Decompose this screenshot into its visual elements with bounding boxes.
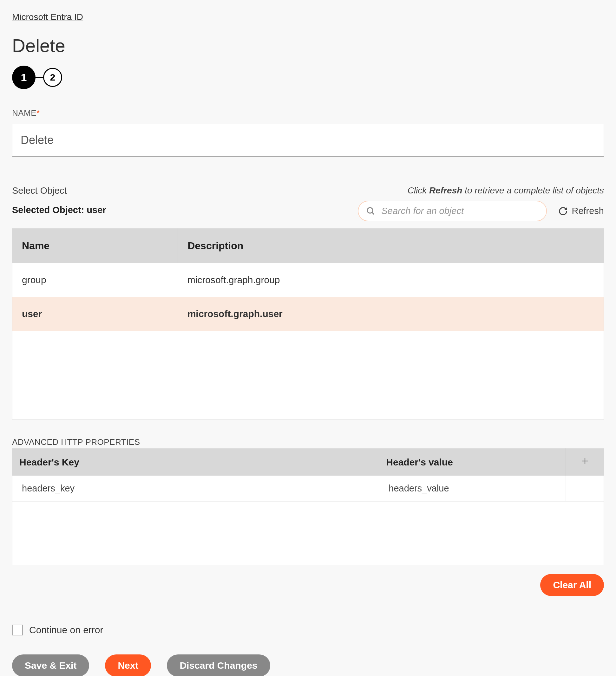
table-empty-area [12, 331, 604, 420]
plus-icon [580, 456, 590, 466]
object-table: Name Description group microsoft.graph.g… [12, 228, 604, 420]
col-header-value: Header's value [379, 449, 566, 476]
name-field-label: NAME* [12, 108, 604, 118]
continue-on-error-checkbox[interactable] [12, 625, 23, 635]
select-object-label: Select Object [12, 185, 106, 196]
add-header-cell[interactable] [566, 449, 604, 476]
search-input[interactable] [381, 206, 538, 216]
search-box[interactable] [358, 201, 547, 221]
continue-on-error-row[interactable]: Continue on error [12, 625, 604, 635]
headers-empty-area [12, 502, 604, 565]
discard-changes-button[interactable]: Discard Changes [167, 655, 270, 676]
breadcrumb-link[interactable]: Microsoft Entra ID [12, 12, 83, 22]
step-2[interactable]: 2 [43, 68, 62, 87]
refresh-hint: Click Refresh to retrieve a complete lis… [408, 185, 604, 195]
refresh-icon [558, 207, 568, 216]
svg-line-1 [372, 212, 374, 214]
step-1[interactable]: 1 [12, 66, 36, 89]
svg-point-0 [367, 207, 373, 213]
headers-row[interactable]: headers_key headers_value [12, 475, 604, 502]
col-header-key: Header's Key [12, 449, 379, 476]
selected-object-text: Selected Object: user [12, 205, 106, 215]
name-input[interactable] [12, 124, 604, 157]
col-description-header: Description [178, 229, 604, 264]
stepper-line [36, 77, 43, 78]
refresh-button[interactable]: Refresh [558, 206, 604, 216]
headers-table: Header's Key Header's value headers_key … [12, 448, 604, 565]
save-exit-button[interactable]: Save & Exit [12, 655, 89, 676]
advanced-http-label: ADVANCED HTTP PROPERTIES [12, 437, 604, 447]
continue-on-error-label: Continue on error [29, 625, 103, 635]
stepper: 1 2 [12, 66, 604, 89]
table-row[interactable]: user microsoft.graph.user [12, 297, 604, 331]
required-asterisk: * [37, 108, 40, 118]
col-name-header: Name [12, 229, 178, 264]
next-button[interactable]: Next [105, 655, 151, 676]
clear-all-button[interactable]: Clear All [540, 574, 604, 596]
table-row[interactable]: group microsoft.graph.group [12, 263, 604, 297]
page-title: Delete [12, 35, 604, 56]
search-icon [366, 207, 375, 216]
